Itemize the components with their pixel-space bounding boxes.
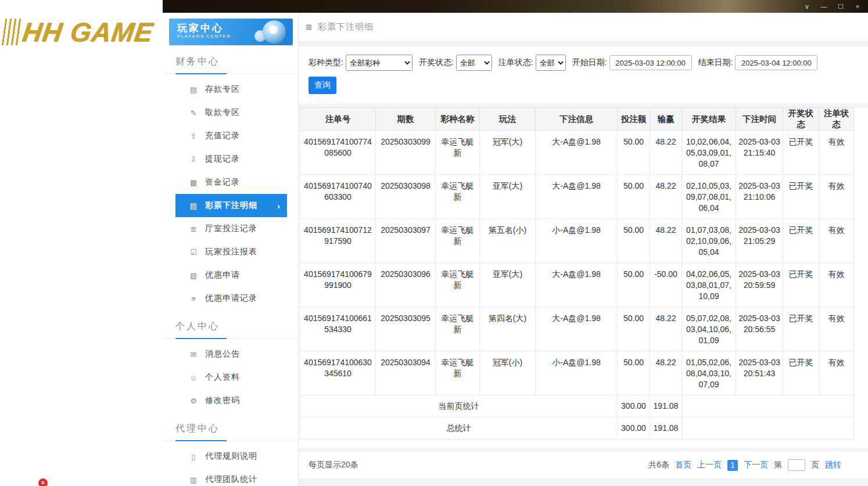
minimize-button[interactable]: — — [819, 0, 828, 13]
close-button[interactable]: × — [853, 0, 862, 13]
sidebar-section-finance-center: 财务中心 ▤ 存款专区 › ✎ 取款专区 › ⇧ 充值记录 › ⇩ 提现记录 ›… — [163, 50, 298, 310]
table-cell: 有效 — [819, 351, 854, 395]
sidebar-item-label: 存款专区 — [205, 84, 240, 95]
column-header: 输赢 — [650, 108, 682, 131]
pagination-controls: 共6条 首页 上一页 1 下一页 第 页 跳转 — [648, 459, 841, 471]
sidebar-item-agent-rules[interactable]: ▯ 代理规则说明 › — [175, 445, 287, 468]
sidebar-item-lottery-bet-details[interactable]: ▤ 彩票下注明细 › — [175, 194, 287, 217]
sidebar-item-label: 充值记录 — [205, 131, 240, 141]
section-items: ▯ 代理规则说明 › ▥ 代理团队统计 › — [163, 441, 298, 486]
sidebar-item-withdraw-zone[interactable]: ✎ 取款专区 › — [175, 101, 287, 124]
main-content: ≡ 彩票下注明细 彩种类型: 全部彩种 开奖状态: 全部 注单状态: — [298, 13, 868, 486]
table-row: 40156917410074060330020250303098幸运飞艇新亚军(… — [300, 175, 854, 219]
table-cell: 大-A盘@1.98 — [536, 307, 618, 351]
table-cell: 小-A盘@1.98 — [536, 351, 618, 395]
withdrawal-records-icon: ⇩ — [189, 155, 198, 164]
agent-team-stats-icon: ▥ — [189, 476, 198, 484]
section-title: 财务中心 — [175, 56, 220, 66]
table-row: 40156917410063034561020250303094幸运飞艇新冠军(… — [300, 351, 854, 395]
table-cell: 48.22 — [650, 175, 682, 219]
bet-table-card: 注单号期数彩种名称玩法下注信息投注额输赢开奖结果下注时间开奖状态注单状态 401… — [299, 107, 868, 448]
table-cell: 401569174100661534330 — [300, 307, 376, 351]
billiard-ball-big-icon — [263, 20, 286, 44]
sidebar-item-agent-team-stats[interactable]: ▥ 代理团队统计 › — [175, 468, 287, 486]
column-header: 注单号 — [300, 108, 376, 131]
sidebar-section-personal-center: 个人中心 ✉ 消息公告 › ☺ 个人资料 › ⚙ 修改密码 › — [163, 315, 298, 412]
maximize-button[interactable]: ☐ — [836, 0, 845, 13]
table-cell: 已开奖 — [783, 351, 819, 395]
draw-status-select[interactable]: 全部 — [456, 55, 492, 71]
table-cell: 401569174100774085600 — [300, 131, 376, 175]
hamburger-menu-icon[interactable]: ≡ — [306, 21, 312, 34]
table-cell: 04,02,06,05,03,08,01,07,10,09 — [682, 263, 736, 307]
lottery-type-select[interactable]: 全部彩种 — [346, 55, 413, 71]
table-cell: 幸运飞艇新 — [436, 351, 480, 395]
sidebar-item-announcements[interactable]: ✉ 消息公告 › — [175, 343, 287, 366]
agent-rules-icon: ▯ — [189, 452, 198, 461]
sidebar-item-label: 代理规则说明 — [205, 451, 257, 462]
next-page-link[interactable]: 下一页 — [744, 460, 768, 470]
sidebar-item-withdrawal-records[interactable]: ⇩ 提现记录 › — [175, 147, 287, 171]
table-cell: 2025-03-03 20:56:55 — [736, 307, 783, 351]
recharge-records-icon: ⇧ — [189, 132, 198, 141]
sidebar-item-label: 彩票下注明细 — [205, 200, 257, 211]
first-page-link[interactable]: 首页 — [675, 460, 691, 470]
table-cell: 2025-03-03 21:10:06 — [736, 175, 783, 219]
sidebar-item-promo-apply-records[interactable]: ≡ 优惠申请记录 › — [175, 287, 287, 310]
table-header-row: 注单号期数彩种名称玩法下注信息投注额输赢开奖结果下注时间开奖状态注单状态 — [300, 108, 854, 131]
sidebar-item-hall-bet-records[interactable]: ≣ 厅室投注记录 › — [175, 217, 287, 240]
summary-row: 当前页统计300.00191.08 — [300, 395, 854, 417]
sidebar-item-funds-records[interactable]: ▦ 资金记录 › — [175, 171, 287, 194]
table-cell: 48.22 — [650, 219, 682, 263]
table-cell: 幸运飞艇新 — [436, 175, 480, 219]
sidebar-item-label: 优惠申请记录 — [205, 293, 257, 304]
summary-empty — [682, 417, 854, 440]
table-cell: 20250303098 — [376, 175, 436, 219]
table-cell: 已开奖 — [783, 263, 819, 307]
sidebar-item-change-password[interactable]: ⚙ 修改密码 › — [175, 389, 287, 412]
section-items: ▤ 存款专区 › ✎ 取款专区 › ⇧ 充值记录 › ⇩ 提现记录 › ▦ 资金… — [163, 74, 298, 310]
jump-prefix-label: 第 — [774, 460, 782, 470]
sidebar-item-player-bet-report[interactable]: ☑ 玩家投注报表 › — [175, 240, 287, 264]
sidebar-item-label: 优惠申请 — [205, 270, 240, 280]
bet-status-select[interactable]: 全部 — [536, 55, 566, 71]
sidebar-item-profile[interactable]: ☺ 个人资料 › — [175, 366, 287, 389]
table-cell: 50.00 — [618, 131, 650, 175]
table-cell: 冠军(小) — [480, 351, 536, 395]
chevron-right-icon: › — [277, 201, 280, 211]
table-row: 40156917410066153433020250303095幸运飞艇新第四名… — [300, 307, 854, 351]
section-header: 财务中心 — [163, 50, 298, 74]
summary-winloss-total: 191.08 — [650, 395, 682, 417]
sidebar-item-deposit-zone[interactable]: ▤ 存款专区 › — [175, 78, 287, 101]
table-cell: 2025-03-03 21:15:40 — [736, 131, 783, 175]
search-button[interactable]: 查询 — [309, 77, 336, 94]
table-cell: 20250303094 — [376, 351, 436, 395]
deposit-zone-icon: ▤ — [189, 85, 198, 94]
sidebar-item-recharge-records[interactable]: ⇧ 充值记录 › — [175, 124, 287, 147]
table-cell: 大-A盘@1.98 — [536, 131, 618, 175]
start-date-input[interactable] — [609, 55, 692, 70]
table-cell: 50.00 — [618, 219, 650, 263]
summary-bet-total: 300.00 — [618, 395, 650, 417]
hhgame-logo: HH GAME — [1, 16, 155, 48]
summary-label: 总统计 — [300, 417, 618, 440]
table-cell: 幸运飞艇新 — [436, 219, 480, 263]
table-cell: 幸运飞艇新 — [436, 131, 480, 175]
filter-row: 彩种类型: 全部彩种 开奖状态: 全部 注单状态: 全部 开始日期: — [309, 55, 858, 71]
sidebar-item-promo-apply[interactable]: ▧ 优惠申请 › — [175, 264, 287, 287]
page-jump-input[interactable] — [788, 459, 805, 471]
table-cell: 48.22 — [650, 351, 682, 395]
lottery-bet-details-icon: ▤ — [189, 201, 198, 210]
prev-page-link[interactable]: 上一页 — [697, 460, 722, 470]
table-cell: 401569174100740603300 — [300, 175, 376, 219]
sidebar-section-agent-center: 代理中心 ▯ 代理规则说明 › ▥ 代理团队统计 › — [163, 417, 298, 486]
jump-button[interactable]: 跳转 — [825, 460, 841, 470]
titlebar-dropdown-icon[interactable]: ∨ — [802, 0, 812, 13]
table-cell: 已开奖 — [783, 219, 819, 263]
end-date-input[interactable] — [735, 55, 817, 70]
window-titlebar: ∨ — ☐ × — [163, 0, 868, 13]
column-header: 注单状态 — [819, 108, 854, 131]
table-cell: 05,07,02,08,03,04,10,06,01,09 — [682, 307, 736, 351]
current-page-number[interactable]: 1 — [727, 460, 738, 471]
pagination-bar: 每页显示20条 共6条 首页 上一页 1 下一页 第 页 跳转 — [299, 452, 868, 478]
